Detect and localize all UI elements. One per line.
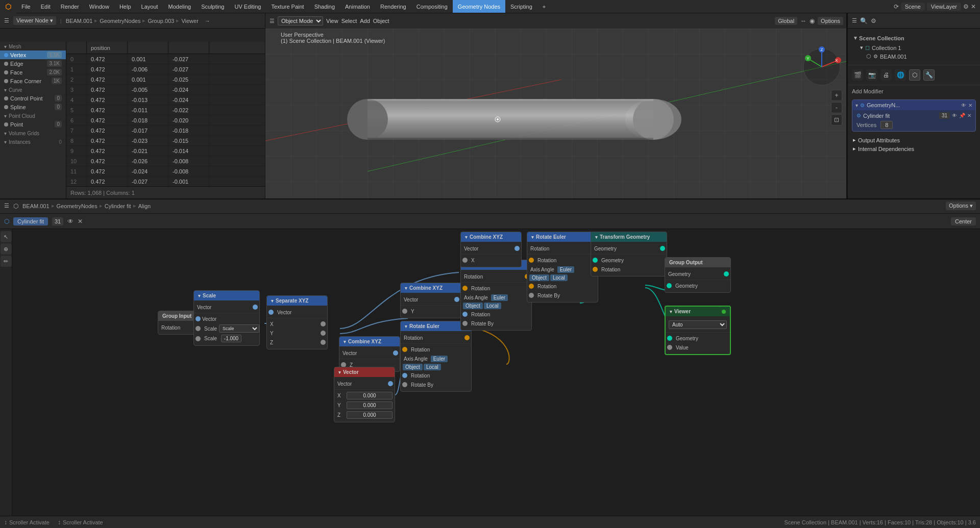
socket-vec-out[interactable] — [393, 350, 398, 356]
viewer-mode-select[interactable]: Auto — [669, 320, 727, 329]
nav-zoom-out[interactable]: - — [831, 102, 842, 113]
sidebar-item-face-corner[interactable]: Face Corner 1K — [0, 77, 66, 85]
workspace-layout[interactable]: Layout — [136, 0, 163, 13]
prop-search-icon[interactable]: 🔍 — [860, 17, 868, 24]
prop-icon-object[interactable]: ⬡ — [909, 69, 920, 81]
workspace-scripting[interactable]: Scripting — [505, 0, 537, 13]
socket-rotate-by-t[interactable] — [529, 293, 534, 298]
socket-float-in-m[interactable] — [462, 321, 468, 326]
socket-rot-in-tg[interactable] — [593, 267, 598, 272]
socket-z-out[interactable] — [321, 340, 326, 345]
h-separator-main[interactable] — [0, 198, 980, 199]
workspace-animation[interactable]: Animation — [340, 0, 375, 13]
sidebar-item-edge[interactable]: Edge 3.1K — [0, 59, 66, 68]
viewport-mode-select[interactable]: Object Mode — [278, 16, 323, 26]
socket-rotation-out-b[interactable] — [464, 335, 470, 340]
socket-geo-out-go[interactable] — [724, 271, 729, 276]
vec-z[interactable]: 0.000 — [347, 411, 393, 419]
object-btn-t[interactable]: Object — [529, 274, 549, 281]
sidebar-item-point[interactable]: Point 0 — [0, 120, 66, 129]
socket-in[interactable] — [268, 310, 274, 315]
viewport-menu-icon[interactable]: ☰ — [270, 18, 275, 24]
sidebar-item-control-point[interactable]: Control Point 0 — [0, 94, 66, 103]
scene-name[interactable]: Scene — [901, 3, 925, 11]
menu-edit[interactable]: Edit — [36, 0, 56, 13]
bc-viewer[interactable]: Viewer — [181, 18, 198, 24]
modifier-name[interactable]: GeometryN... — [867, 102, 900, 108]
viewport-view-menu[interactable]: View — [326, 18, 338, 24]
vec-y[interactable]: 0.000 — [347, 401, 393, 409]
prop-icon-view[interactable]: 🌐 — [895, 69, 906, 81]
icon-close[interactable]: ✕ — [971, 3, 976, 10]
socket-rotation-in-t[interactable] — [529, 258, 534, 263]
socket-vector-in[interactable] — [195, 316, 201, 321]
ne-tb-center[interactable]: Center — [951, 217, 976, 225]
socket-vector-out[interactable] — [253, 305, 258, 310]
socket-val-in-v[interactable] — [667, 345, 672, 350]
ne-tb-vis[interactable]: 👁 — [67, 218, 74, 225]
ne-tool-annotate[interactable]: ✏ — [1, 256, 12, 267]
socket-rotation-in-m[interactable] — [462, 286, 468, 291]
modifier-pin-icon[interactable]: 📌 — [959, 113, 965, 118]
socket-y-in-mid[interactable] — [402, 309, 407, 314]
ne-tb-modifier[interactable]: Cylinder fit — [13, 217, 48, 225]
modifier-close-icon[interactable]: ✕ — [967, 113, 971, 118]
ne-tb-icon[interactable]: ⬡ — [4, 218, 9, 225]
internal-deps-toggle[interactable]: ▸ Internal Dependencies — [852, 144, 976, 153]
euler-btn-t[interactable]: Euler — [557, 266, 574, 273]
nav-zoom-in[interactable]: + — [831, 90, 842, 101]
modifier-realtime-icon[interactable]: 👁 — [961, 103, 966, 108]
socket-geo-in-v[interactable] — [667, 336, 672, 341]
socket-float-in-b[interactable] — [402, 382, 407, 387]
prop-icon-output[interactable]: 🖨 — [880, 69, 892, 81]
menu-window[interactable]: Window — [84, 0, 114, 13]
vec-x[interactable]: 0.000 — [347, 392, 393, 399]
socket-float-in[interactable] — [195, 326, 201, 331]
prop-icon-scene[interactable]: 🎬 — [852, 69, 863, 81]
modifier-vis-icon[interactable]: 👁 — [952, 113, 957, 118]
menu-render[interactable]: Render — [56, 0, 84, 13]
ne-bc-align[interactable]: Align — [138, 203, 151, 209]
scale-value[interactable]: -1.000 — [221, 335, 241, 342]
prop-menu-icon[interactable]: ☰ — [852, 17, 857, 24]
workspace-compositing[interactable]: Compositing — [411, 0, 453, 13]
workspace-uv[interactable]: UV Editing — [229, 0, 266, 13]
sidebar-item-face[interactable]: Face 2.0K — [0, 68, 66, 77]
nav-local[interactable]: ⊡ — [831, 114, 842, 125]
socket-vec-out-mid[interactable] — [454, 297, 459, 302]
prop-icon-modifier[interactable]: 🔧 — [923, 69, 935, 81]
socket-scale-in[interactable] — [195, 336, 201, 341]
workspace-sculpting[interactable]: Sculpting — [196, 0, 229, 13]
socket-rot-in2-t[interactable] — [529, 284, 534, 289]
workspace-texture[interactable]: Texture Paint — [266, 0, 309, 13]
object-btn-b[interactable]: Object — [403, 364, 423, 370]
ne-tool-select[interactable]: ↖ — [1, 231, 12, 242]
sidebar-item-vertex[interactable]: Vertex 1.1K — [0, 51, 66, 59]
workspace-shading[interactable]: Shading — [309, 0, 340, 13]
bc-group[interactable]: Group.003 — [148, 18, 174, 24]
socket-geo-in-tg[interactable] — [593, 258, 598, 263]
workspace-rendering[interactable]: Rendering — [375, 0, 411, 13]
workspace-add[interactable]: + — [537, 0, 551, 13]
prop-filter-icon[interactable]: ⚙ — [871, 17, 876, 24]
scale-mode-select[interactable]: Scale — [219, 324, 259, 333]
ne-tool-zoom[interactable]: ⊕ — [1, 243, 12, 255]
ne-options-btn[interactable]: Options ▾ — [946, 202, 976, 210]
modifier-delete-icon[interactable]: ✕ — [968, 103, 972, 108]
v-separator-viewport-right[interactable] — [846, 13, 847, 198]
viewport-options-btn[interactable]: Options — [818, 17, 843, 25]
modifier-expand-icon[interactable]: ▾ — [855, 103, 858, 108]
menu-help[interactable]: Help — [114, 0, 136, 13]
socket-geo-out-tg[interactable] — [660, 246, 665, 251]
socket-geo-in-go[interactable] — [667, 283, 672, 288]
menu-file[interactable]: File — [16, 0, 36, 13]
socket-vec-out-x[interactable] — [514, 246, 520, 251]
ne-bc-cylinder[interactable]: Cylinder fit — [105, 203, 131, 209]
ne-tb-close[interactable]: ✕ — [78, 218, 83, 225]
output-attrs-toggle[interactable]: ▸ Output Attributes — [852, 136, 976, 144]
bc-geonodes[interactable]: GeometryNodes — [100, 18, 140, 24]
viewport-select-menu[interactable]: Select — [341, 18, 357, 24]
workspace-geometry-nodes[interactable]: Geometry Nodes — [453, 0, 505, 13]
socket-x-in-x[interactable] — [462, 258, 468, 263]
icon-settings[interactable]: ⚙ — [963, 3, 969, 10]
